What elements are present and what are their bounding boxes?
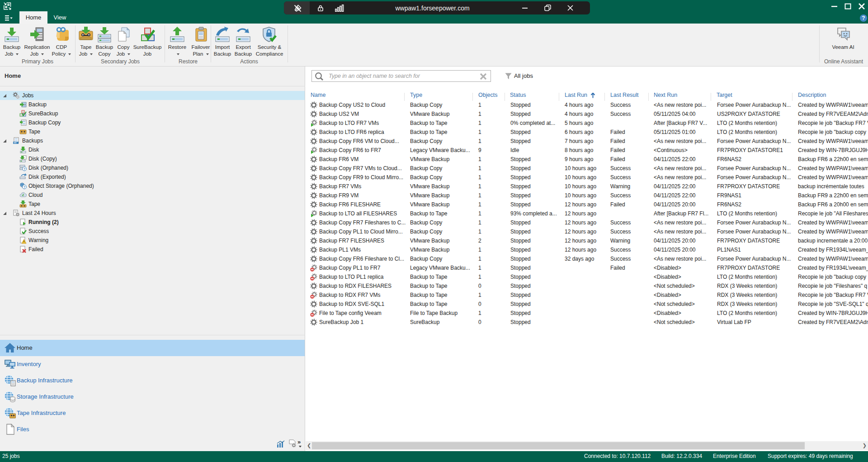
svg-text:?: ? bbox=[24, 185, 26, 189]
svg-text:?: ? bbox=[24, 167, 26, 171]
